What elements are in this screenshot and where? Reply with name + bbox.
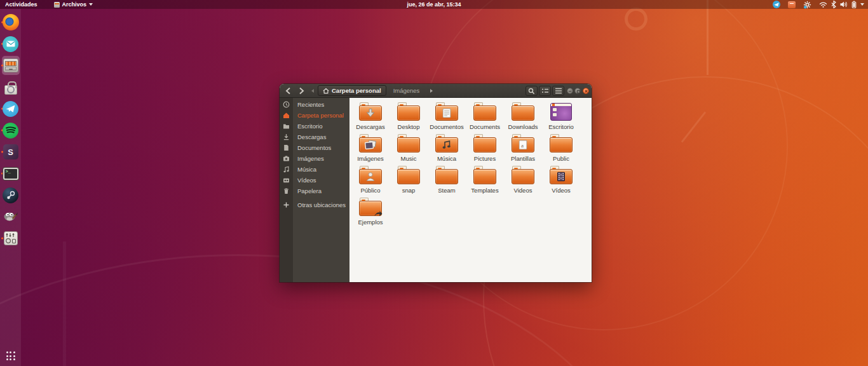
sidebar-item-documentos[interactable]: Documentos bbox=[280, 142, 349, 153]
files-window: Carpeta personal Imágenes Recientes bbox=[280, 84, 592, 282]
bluetooth-icon[interactable] bbox=[831, 1, 836, 8]
file-item-desktop[interactable]: Desktop bbox=[390, 101, 428, 133]
sidebar-item-papelera[interactable]: Papelera bbox=[280, 186, 349, 196]
dock-item-steam[interactable] bbox=[0, 184, 21, 206]
document-emblem-icon bbox=[443, 108, 451, 118]
forward-button[interactable] bbox=[296, 86, 306, 96]
dock-item-terminal[interactable]: >_ bbox=[0, 163, 21, 184]
folder-icon bbox=[512, 166, 534, 184]
photos-emblem-icon bbox=[365, 140, 376, 149]
file-item-videos-es[interactable]: Vídeos bbox=[542, 165, 580, 196]
file-item-documents[interactable]: Documents bbox=[466, 101, 504, 133]
wifi-icon[interactable] bbox=[819, 1, 827, 8]
file-label: Pictures bbox=[474, 155, 496, 162]
folder-icon bbox=[435, 134, 458, 152]
file-item-music[interactable]: Music bbox=[390, 133, 428, 165]
folder-icon bbox=[282, 123, 290, 130]
maximize-button[interactable] bbox=[574, 88, 581, 94]
dock: S >_ bbox=[0, 9, 21, 366]
file-item-musica[interactable]: Música bbox=[428, 133, 466, 165]
file-item-imagenes[interactable]: Imágenes bbox=[351, 133, 390, 165]
file-item-templates[interactable]: Templates bbox=[466, 165, 504, 196]
app-menu-button[interactable]: Archivos bbox=[54, 1, 93, 8]
folder-icon bbox=[359, 134, 382, 152]
file-label: Plantillas bbox=[511, 155, 535, 162]
sidebar-item-carpeta-personal[interactable]: Carpeta personal bbox=[280, 110, 349, 121]
file-item-pictures[interactable]: Pictures bbox=[466, 133, 504, 165]
dock-item-files[interactable] bbox=[0, 55, 21, 76]
volume-icon[interactable] bbox=[840, 1, 848, 8]
mail-tray-icon[interactable] bbox=[788, 1, 796, 8]
breadcrumb-imagenes[interactable]: Imágenes bbox=[389, 87, 424, 94]
dock-item-firefox[interactable] bbox=[0, 11, 21, 33]
file-label: Desktop bbox=[398, 123, 420, 130]
svg-text:a: a bbox=[521, 142, 524, 148]
dock-item-utilities[interactable] bbox=[0, 227, 21, 249]
trash-icon bbox=[282, 187, 290, 194]
sidebar-item-escritorio[interactable]: Escritorio bbox=[280, 121, 349, 132]
app-menu-label: Archivos bbox=[62, 1, 87, 8]
sidebar-item-otras-ubicaciones[interactable]: Otras ubicaciones bbox=[280, 200, 349, 210]
close-button[interactable] bbox=[583, 88, 589, 94]
file-label: Público bbox=[360, 187, 380, 194]
dock-item-slack[interactable]: S bbox=[0, 141, 21, 163]
dock-item-mail[interactable] bbox=[0, 33, 21, 55]
dock-item-gimp[interactable] bbox=[0, 206, 21, 227]
sidebar-item-videos[interactable]: Vídeos bbox=[280, 175, 349, 186]
running-indicator bbox=[1, 238, 3, 240]
dock-item-ubuntu-software[interactable] bbox=[0, 76, 21, 98]
dock-item-telegram[interactable] bbox=[0, 98, 21, 119]
sidebar-item-imagenes[interactable]: Imágenes bbox=[280, 153, 349, 164]
show-applications-button[interactable] bbox=[6, 349, 15, 363]
folder-icon bbox=[397, 102, 420, 121]
file-item-publico[interactable]: Público bbox=[351, 165, 390, 196]
pathbar-scroll-left-icon[interactable] bbox=[311, 89, 314, 93]
software-update-icon[interactable] bbox=[803, 1, 811, 9]
sidebar-item-recientes[interactable]: Recientes bbox=[280, 99, 349, 110]
file-item-snap[interactable]: snap bbox=[390, 165, 428, 196]
breadcrumb-home[interactable]: Carpeta personal bbox=[318, 85, 386, 96]
file-label: Documents bbox=[470, 123, 500, 130]
file-item-descargas[interactable]: Descargas bbox=[351, 101, 390, 133]
file-item-downloads[interactable]: Downloads bbox=[504, 101, 542, 133]
file-label: Escritorio bbox=[548, 123, 574, 130]
file-label: Imágenes bbox=[357, 155, 384, 162]
content-area[interactable]: Descargas Desktop Documentos Documents D… bbox=[349, 98, 592, 282]
dock-item-spotify[interactable] bbox=[0, 119, 21, 141]
pathbar-scroll-right-icon[interactable] bbox=[430, 89, 433, 93]
file-label: Música bbox=[437, 155, 456, 162]
telegram-tray-icon[interactable] bbox=[773, 1, 780, 8]
show-applications-icon bbox=[6, 351, 15, 360]
breadcrumb-label: Carpeta personal bbox=[332, 87, 381, 94]
steam-icon bbox=[3, 187, 18, 203]
back-button[interactable] bbox=[283, 86, 293, 96]
sidebar-item-musica[interactable]: Música bbox=[280, 164, 349, 175]
video-icon bbox=[282, 177, 290, 184]
file-label: Templates bbox=[471, 187, 498, 194]
view-toggle-button[interactable] bbox=[539, 86, 551, 96]
file-item-public[interactable]: Public bbox=[542, 133, 580, 165]
menu-button[interactable] bbox=[552, 86, 564, 96]
wallpaper-circle-decor bbox=[625, 8, 648, 30]
folder-icon bbox=[359, 102, 382, 121]
minimize-button[interactable] bbox=[567, 88, 573, 94]
title-bar[interactable]: Carpeta personal Imágenes bbox=[280, 84, 592, 98]
file-item-escritorio[interactable]: Escritorio bbox=[542, 101, 580, 133]
folder-icon bbox=[435, 166, 458, 184]
file-item-videos-en[interactable]: Videos bbox=[504, 165, 542, 196]
search-button[interactable] bbox=[526, 86, 538, 96]
file-label: Documentos bbox=[430, 123, 463, 130]
gimp-icon bbox=[3, 208, 18, 225]
file-item-documentos[interactable]: Documentos bbox=[428, 101, 466, 133]
file-item-steam[interactable]: Steam bbox=[428, 165, 466, 196]
folder-icon bbox=[359, 198, 382, 216]
file-item-plantillas[interactable]: a Plantillas bbox=[504, 133, 542, 165]
firefox-icon bbox=[3, 14, 19, 30]
system-tray[interactable] bbox=[773, 0, 864, 9]
activities-button[interactable]: Actividades bbox=[5, 1, 37, 8]
music-note-emblem-icon bbox=[442, 140, 452, 149]
battery-icon[interactable] bbox=[851, 1, 857, 8]
clock[interactable]: jue, 26 de abr, 15:34 bbox=[407, 1, 461, 8]
sidebar-item-descargas[interactable]: Descargas bbox=[280, 132, 349, 142]
file-item-ejemplos[interactable]: Ejemplos bbox=[351, 196, 390, 228]
